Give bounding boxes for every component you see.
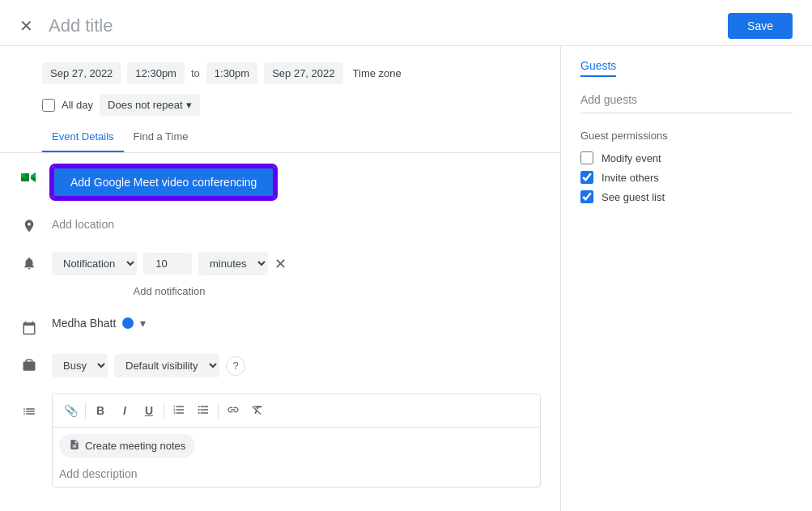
italic-icon: I (123, 404, 126, 417)
calendar-color-dot (122, 317, 134, 329)
to-label: to (191, 67, 200, 79)
guests-title: Guests (580, 59, 616, 77)
visibility-select[interactable]: Default visibility (114, 354, 219, 377)
see-guest-list-checkbox[interactable] (580, 190, 593, 203)
remove-format-icon (251, 403, 264, 419)
repeat-button[interactable]: Does not repeat ▾ (100, 94, 200, 116)
create-notes-label: Create meeting notes (85, 440, 185, 452)
end-time-button[interactable]: 1:30pm (206, 62, 257, 84)
remove-format-button[interactable] (246, 399, 269, 422)
end-date-button[interactable]: Sep 27, 2022 (264, 62, 342, 84)
permission-item-invite-others: Invite others (580, 168, 793, 187)
italic-button[interactable]: I (113, 399, 136, 422)
unordered-list-icon (197, 403, 210, 419)
meet-icon (19, 168, 39, 187)
add-meet-button[interactable]: Add Google Meet video conferencing (52, 166, 275, 198)
save-button[interactable]: Save (728, 13, 793, 39)
ordered-list-icon (172, 403, 185, 419)
repeat-label: Does not repeat (108, 99, 183, 111)
bold-button[interactable]: B (89, 399, 112, 422)
guest-permissions-section: Guest permissions Modify event Invite ot… (580, 130, 793, 207)
modify-event-checkbox[interactable] (580, 151, 593, 164)
briefcase-icon (19, 356, 39, 375)
guests-sidebar: Guests Guest permissions Modify event In… (561, 46, 812, 511)
invite-others-label: Invite others (602, 172, 659, 184)
title-input[interactable] (49, 15, 718, 36)
attachment-icon: 📎 (64, 404, 78, 417)
underline-icon: U (145, 404, 153, 417)
toolbar-divider-3 (218, 402, 219, 419)
description-lines-icon (19, 402, 39, 421)
modify-event-label: Modify event (602, 152, 661, 164)
tabs-row: Event Details Find a Time (0, 122, 560, 153)
see-guest-list-label: See guest list (602, 191, 665, 203)
description-editor: 📎 B I U (52, 394, 541, 488)
close-icon: ✕ (19, 16, 33, 36)
notification-type-select[interactable]: Notification (52, 252, 137, 275)
description-toolbar: 📎 B I U (53, 394, 540, 428)
notification-value-input[interactable] (143, 253, 192, 275)
chevron-down-icon: ▾ (140, 317, 146, 330)
underline-button[interactable]: U (138, 399, 160, 422)
permission-item-modify-event: Modify event (580, 148, 793, 168)
start-time-button[interactable]: 12:30pm (127, 62, 185, 84)
guest-permissions-title: Guest permissions (580, 130, 793, 142)
calendar-dropdown-button[interactable]: ▾ (140, 317, 146, 330)
svg-marker-3 (31, 172, 36, 177)
toolbar-divider-1 (85, 402, 86, 419)
description-placeholder[interactable]: Add description (53, 464, 540, 487)
permission-item-see-guest-list: See guest list (580, 187, 793, 207)
location-input[interactable] (52, 215, 541, 234)
invite-others-checkbox[interactable] (580, 171, 593, 184)
bold-icon: B (96, 404, 104, 417)
attachment-button[interactable]: 📎 (59, 399, 82, 422)
link-icon (227, 403, 240, 419)
unordered-list-button[interactable] (192, 399, 215, 422)
repeat-arrow-icon: ▾ (186, 99, 192, 111)
calendar-icon (19, 318, 39, 338)
svg-rect-2 (21, 173, 25, 177)
add-guests-input[interactable] (580, 87, 793, 113)
status-section: Busy Default visibility ? (52, 354, 245, 377)
notification-unit-select[interactable]: minutes (198, 252, 268, 275)
create-notes-button[interactable]: Create meeting notes (59, 434, 195, 458)
close-button[interactable]: ✕ (13, 13, 39, 39)
allday-checkbox[interactable] (42, 99, 55, 112)
help-button[interactable]: ? (226, 356, 245, 376)
location-icon (19, 216, 39, 236)
add-notification-button[interactable]: Add notification (52, 282, 287, 300)
start-date-button[interactable]: Sep 27, 2022 (42, 62, 121, 84)
tab-find-a-time[interactable]: Find a Time (124, 122, 198, 152)
tab-event-details[interactable]: Event Details (42, 122, 124, 152)
notes-icon (69, 439, 80, 453)
bell-icon (19, 253, 39, 273)
calendar-selector: Medha Bhatt ▾ (52, 317, 146, 330)
toolbar-divider-2 (164, 402, 164, 419)
allday-label: All day (62, 99, 93, 111)
notification-section: Notification minutes ✕ Add notification (52, 252, 287, 300)
calendar-name: Medha Bhatt (52, 317, 116, 330)
link-button[interactable] (222, 399, 244, 422)
question-mark-icon: ? (232, 360, 238, 372)
timezone-button[interactable]: Time zone (350, 62, 405, 84)
ordered-list-button[interactable] (168, 399, 190, 422)
clear-notification-button[interactable]: ✕ (274, 255, 287, 273)
busy-status-select[interactable]: Busy (52, 354, 108, 377)
clear-icon: ✕ (274, 255, 287, 273)
